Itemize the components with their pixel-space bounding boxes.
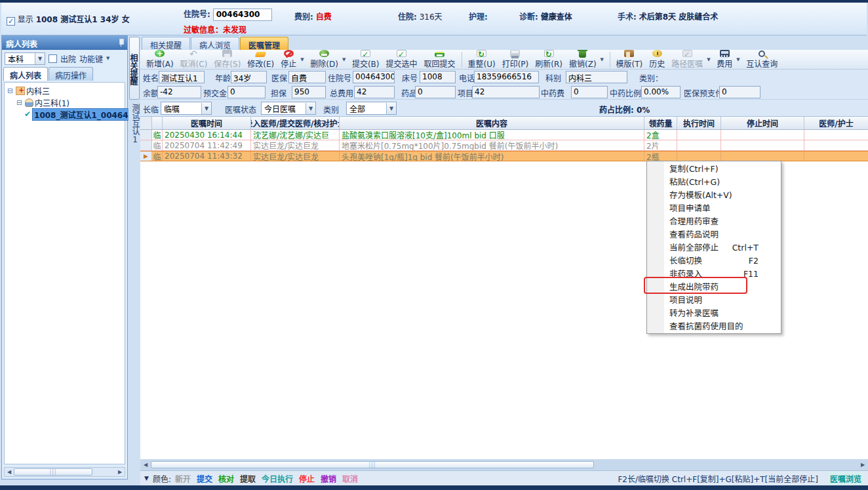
sidebar-horizontal-scrollbar[interactable]: ◀ ||| ▶ [4,467,125,477]
col-order-time[interactable]: 医嘱时间 [163,117,251,129]
funckey-label[interactable]: 功能键 [79,53,103,64]
mutual-query-button[interactable]: 互认查询 [743,50,781,69]
name-field[interactable]: 测试互认1 [159,71,205,83]
col-doctor-nurse[interactable]: 医师/护士 [804,117,868,129]
menu-item-copy[interactable]: 复制(Ctrl+F) [647,163,781,176]
scroll-right-icon[interactable]: ▶ [858,462,867,468]
dept-field[interactable]: 内科三 [566,71,627,83]
chevron-down-icon[interactable]: ▼ [306,103,315,114]
scrollbar-thumb[interactable]: ||| [14,468,92,476]
menu-item-paste[interactable]: 粘贴(Ctrl+G) [647,176,781,189]
balance-field[interactable]: -42 [157,86,201,98]
total-fee-field[interactable]: 42 [354,86,395,98]
insurance-field[interactable]: 自费 [288,71,326,83]
revoke-button[interactable]: 撤销(Z) [566,50,600,69]
col-stop-time[interactable]: 停止时间 [721,117,804,129]
order-status-combo[interactable]: 今日医嘱▼ [261,102,316,115]
menu-item-non-drug-entry[interactable]: 非药录入F11 [647,268,781,281]
chevron-down-icon[interactable]: ▼ [201,103,211,114]
tcm-ratio-field[interactable]: 0.00% [641,86,681,98]
item-fee-field[interactable]: 42 [472,86,540,98]
refresh-button[interactable]: 刷新(R) [532,50,566,69]
menu-item-convert-supplementary[interactable]: 转为补录医嘱 [647,307,781,320]
bed-no-field[interactable]: 1008 [420,71,456,83]
fee-dropdown-icon[interactable]: ▼ [736,57,742,62]
scroll-left-icon[interactable]: ◀ [141,462,150,468]
cancel-button[interactable]: 取消(C) [177,50,211,69]
pin-icon[interactable] [118,39,124,47]
tree-node-patient[interactable]: ✔ 1008_测试互认1_004643 [6,108,123,120]
menu-item-item-request[interactable]: 项目申请单 [647,202,781,215]
col-quantity[interactable]: 领药量 [644,117,677,129]
tree-node-ward[interactable]: ⊟ 内三科(1) [6,96,123,108]
funckey-chevron-icon[interactable]: ▼ [106,56,109,61]
menu-item-generate-discharge-meds[interactable]: 生成出院带药 [647,281,781,294]
print-button[interactable]: 打印(P) [499,50,532,69]
collapse-triangle-icon[interactable]: ▼ [144,475,149,481]
orders-horizontal-scrollbar[interactable]: ◀ ||| ▶ [140,459,868,470]
menu-item-view-drug-info[interactable]: 查看药品说明 [647,228,781,241]
discharge-checkbox[interactable] [49,54,57,63]
collapse-icon[interactable]: ⊟ [15,98,24,107]
submit-button[interactable]: 提交(B) [349,50,383,69]
tcm-fee-field[interactable]: 0 [571,86,608,98]
tree-node-label-selected[interactable]: 1008_测试互认1_004643 [32,108,136,121]
menu-item-toggle-longterm[interactable]: 长临切换F2 [647,255,781,268]
order-row[interactable]: 临 20250430 16:14:44 沈艺娜/沈艺娜/实达巨 盐酸氨溴索口服溶… [140,130,868,140]
guarantee-field[interactable]: 950 [292,86,326,98]
col-doctors[interactable]: 录入医师/提交医师/核对护士 [251,117,340,129]
scrollbar-thumb[interactable]: ||| [151,461,594,468]
admission-no2-field[interactable]: 00464300 [353,71,395,83]
template-button[interactable]: 模版(T) [613,50,646,69]
menu-item-save-template[interactable]: 存为模板(Alt+V) [647,189,781,202]
stop-button[interactable]: 停止 [277,50,300,69]
tab-related-reminders[interactable]: 相关提醒 [142,37,190,50]
vertical-tab-reminders[interactable]: 相关提醒 [129,37,140,100]
chevron-down-icon[interactable]: ▼ [386,103,396,114]
order-row[interactable]: 临 20250704 11:42:49 实达巨龙/实达巨龙 地塞米松片[0.75… [140,140,868,151]
scroll-right-icon[interactable]: ▶ [115,469,125,475]
menu-item-antibiotic-purpose[interactable]: 查看抗菌药使用目的 [647,320,781,333]
longterm-combo[interactable]: 临嘱▼ [161,102,212,115]
rearrange-button[interactable]: 重整(U) [465,50,499,69]
deposit-field[interactable]: 0 [227,86,266,98]
order-browse-link[interactable]: 医嘱浏览 [827,472,864,485]
menu-item-rational-drug-review[interactable]: 合理用药审查 [647,215,781,228]
row-selector-arrow[interactable]: ▶ [140,152,152,161]
fee-button[interactable]: 费用 [713,50,736,69]
col-order-content[interactable]: 医嘱内容 [340,117,644,129]
add-button[interactable]: 新增(A) [143,50,177,69]
chevron-down-icon[interactable]: ▼ [35,53,45,64]
tab-record-ops[interactable]: 病历操作 [49,67,93,81]
order-row-selected[interactable]: ▶ 临 20250704 11:43:32 实达巨龙/实达巨龙 头孢美唑钠[1g… [140,151,868,161]
row-selector-cell[interactable] [140,130,152,140]
pathway-orders-button[interactable]: 路径医嘱 [668,50,706,69]
collapse-icon[interactable]: ⊟ [6,87,14,95]
scroll-left-icon[interactable]: ◀ [5,469,14,475]
delete-dropdown-icon[interactable]: ▼ [342,57,348,62]
revoke-dropdown-icon[interactable]: ▼ [601,57,606,62]
submit-selected-button[interactable]: 提交选中 [383,50,421,69]
show-checkbox[interactable]: ✓ [7,17,15,26]
col-exec-time[interactable]: 执行时间 [677,117,721,129]
history-button[interactable]: 历史 [646,50,668,69]
modify-button[interactable]: 修改(E) [244,50,277,69]
pathway-dropdown-icon[interactable]: ▼ [707,57,713,62]
phone-field[interactable]: 18359666516 [474,71,539,83]
row-selector-cell[interactable] [140,140,152,150]
dept-combo[interactable]: 本科 ▼ [5,52,45,65]
tree-node-dept[interactable]: ⊟ 内科三 [6,85,123,96]
age-field[interactable]: 34岁 [231,71,267,83]
insurance-prepay-field[interactable]: 0 [719,86,760,98]
retrieve-submit-button[interactable]: 取回提交 [421,50,459,69]
order-type-combo[interactable]: 全部▼ [346,102,397,115]
tab-patient-browse[interactable]: 病人浏览 [191,37,239,50]
stop-dropdown-icon[interactable]: ▼ [300,57,306,62]
save-button[interactable]: 保存(S) [210,50,244,69]
menu-item-stop-all-current[interactable]: 当前全部停止Ctrl+T [647,241,781,255]
tab-patient-list[interactable]: 病人列表 [3,67,48,81]
tab-orders-management[interactable]: 医嘱管理 [240,37,288,50]
delete-button[interactable]: 删除(D) [307,50,342,69]
admission-no-input[interactable]: 00464300 [213,9,272,21]
menu-item-item-description[interactable]: 项目说明 [647,294,781,307]
